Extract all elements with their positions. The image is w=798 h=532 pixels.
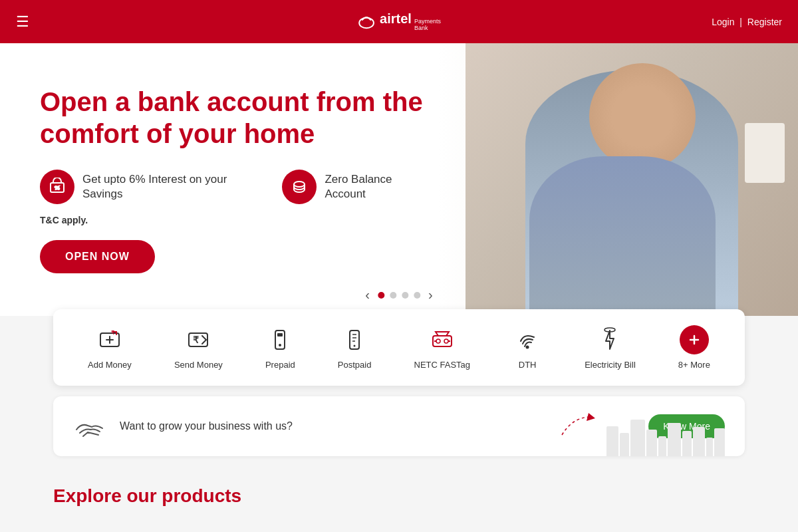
svg-text:₹: ₹	[193, 334, 199, 345]
add-money-label: Add Money	[88, 360, 132, 370]
services-row: ₹ Add Money ₹ Send Money Prepaid	[53, 309, 745, 386]
open-now-button[interactable]: OPEN NOW	[40, 240, 155, 273]
airtel-logo-icon	[357, 13, 376, 31]
electricity-label: Electricity Bill	[585, 360, 636, 370]
service-dth[interactable]: DTH	[513, 325, 542, 370]
deco-arrow	[559, 412, 598, 441]
fastag-icon	[428, 325, 457, 354]
electricity-icon	[595, 325, 624, 354]
carousel-next[interactable]: ›	[426, 287, 436, 303]
hero-title: Open a bank account from the comfort of …	[40, 86, 426, 150]
prepaid-label: Prepaid	[265, 360, 295, 370]
feature-savings-text: Get upto 6% Interest on your Savings	[82, 172, 255, 201]
send-money-label: Send Money	[174, 360, 223, 370]
zero-balance-icon-circle	[282, 170, 317, 204]
send-money-icon: ₹	[184, 325, 213, 354]
hero-features: % Get upto 6% Interest on your Savings Z…	[40, 170, 426, 204]
tnc-text: T&C apply.	[40, 215, 426, 225]
postpaid-icon	[340, 325, 369, 354]
site-header: ☰ airtel Payments Bank Login | Register	[0, 0, 798, 43]
carousel-prev[interactable]: ‹	[362, 287, 372, 303]
service-prepaid[interactable]: Prepaid	[265, 325, 295, 370]
explore-section: Explore our products	[0, 467, 798, 507]
service-add-money[interactable]: ₹ Add Money	[88, 325, 132, 370]
svg-point-17	[436, 339, 440, 343]
svg-point-10	[279, 344, 281, 346]
prepaid-icon	[265, 325, 295, 354]
register-link[interactable]: Register	[747, 17, 782, 27]
dth-label: DTH	[519, 360, 537, 370]
handshake-icon	[73, 410, 106, 443]
login-link[interactable]: Login	[712, 17, 734, 27]
city-decoration	[606, 420, 725, 456]
savings-icon-circle: %	[40, 170, 74, 204]
coins-icon	[290, 178, 309, 196]
service-electricity[interactable]: Electricity Bill	[585, 325, 636, 370]
feature-savings: % Get upto 6% Interest on your Savings	[40, 170, 255, 204]
carousel-dot-4[interactable]	[414, 292, 420, 299]
explore-title: Explore our products	[53, 485, 745, 507]
svg-point-18	[444, 339, 448, 343]
more-icon	[680, 325, 709, 354]
savings-icon: %	[48, 178, 66, 196]
feature-zero-balance-text: Zero Balance Account	[325, 172, 426, 201]
service-more[interactable]: 8+ More	[678, 325, 710, 370]
auth-separator: |	[739, 17, 742, 27]
service-postpaid[interactable]: Postpaid	[338, 325, 372, 370]
add-money-icon: ₹	[95, 325, 124, 354]
svg-point-3	[294, 182, 305, 187]
svg-point-15	[354, 345, 356, 347]
business-banner: Want to grow your business with us? Know…	[53, 396, 745, 456]
carousel-dot-3[interactable]	[402, 292, 408, 299]
dth-icon	[513, 325, 542, 354]
svg-point-21	[526, 346, 529, 349]
carousel-dot-1[interactable]	[378, 292, 384, 299]
svg-marker-23	[587, 413, 595, 421]
hero-content: Open a bank account from the comfort of …	[0, 59, 466, 300]
logo-area: airtel Payments Bank	[357, 12, 441, 32]
service-send-money[interactable]: ₹ Send Money	[174, 325, 223, 370]
auth-links: Login | Register	[712, 17, 782, 27]
hamburger-menu[interactable]: ☰	[16, 15, 29, 29]
business-text: Want to grow your business with us?	[120, 420, 635, 432]
logo-brand-name: airtel	[380, 12, 412, 25]
hero-person-image	[466, 43, 798, 316]
svg-rect-9	[277, 333, 283, 336]
svg-point-0	[359, 17, 374, 28]
more-label: 8+ More	[678, 360, 710, 370]
postpaid-label: Postpaid	[338, 360, 372, 370]
service-fastag[interactable]: NETC FASTag	[414, 325, 471, 370]
more-circle	[680, 325, 709, 354]
fastag-label: NETC FASTag	[414, 360, 471, 370]
feature-zero-balance: Zero Balance Account	[282, 170, 426, 204]
carousel-dot-2[interactable]	[390, 292, 396, 299]
hero-banner: Open a bank account from the comfort of …	[0, 43, 798, 316]
logo-sub-text: Payments Bank	[414, 19, 441, 32]
carousel-navigation: ‹ ›	[362, 287, 435, 303]
